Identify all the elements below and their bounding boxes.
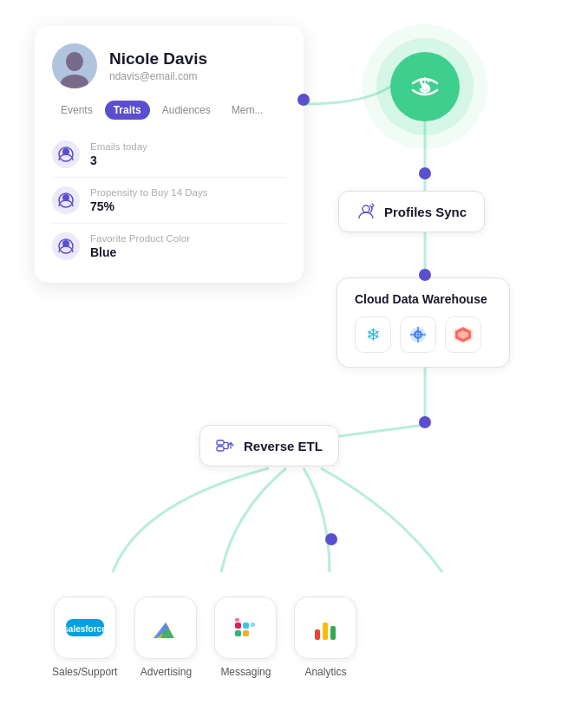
profile-tabs: Events Traits Audiences Mem... <box>52 101 286 120</box>
bigquery-icon <box>407 323 429 346</box>
dot-3 <box>419 416 431 428</box>
trait-icon-emails <box>52 140 80 168</box>
svg-point-8 <box>61 75 88 88</box>
dot-4 <box>325 533 337 545</box>
trait-content-propensity: Propensity to Buy 14 Days 75% <box>90 186 208 213</box>
dot-2 <box>419 269 431 281</box>
slack-icon-box <box>214 596 277 659</box>
profiles-sync-label: Profiles Sync <box>384 205 467 219</box>
dot-5 <box>297 94 310 106</box>
person-icon-2 <box>58 192 74 208</box>
main-canvas: $ Nicole Davis ndavis@email.com Events T… <box>0 0 588 704</box>
reverse-etl-icon <box>216 436 235 455</box>
tab-audiences[interactable]: Audiences <box>154 101 219 120</box>
dest-card-slack: Messaging <box>214 596 277 678</box>
bigquery-icon-box <box>400 316 436 353</box>
profile-header: Nicole Davis ndavis@email.com <box>52 43 286 88</box>
svg-point-7 <box>66 52 83 71</box>
analytics-icon-box <box>294 596 356 659</box>
analytics-icon <box>308 610 343 645</box>
snowflake-icon: ❄ <box>362 323 384 346</box>
profile-email: ndavis@email.com <box>109 70 207 82</box>
avatar-silhouette-icon <box>59 50 90 88</box>
dest-label-advertising: Advertising <box>140 666 192 678</box>
trait-value-emails: 3 <box>90 153 147 167</box>
person-icon <box>58 147 74 162</box>
svg-rect-26 <box>217 447 224 451</box>
google-ads-icon-box <box>134 596 197 659</box>
dot-1 <box>419 167 431 179</box>
salesforce-icon-box: salesforce <box>54 596 116 659</box>
svg-point-15 <box>363 205 369 212</box>
trait-label-propensity: Propensity to Buy 14 Days <box>90 186 208 199</box>
google-ads-icon <box>148 610 183 645</box>
svg-text:salesforce: salesforce <box>64 624 106 634</box>
databricks-icon <box>452 323 474 346</box>
trait-icon-color <box>52 232 80 260</box>
slack-icon <box>228 610 263 645</box>
person-icon-3 <box>58 238 74 254</box>
svg-rect-37 <box>243 623 249 629</box>
snowflake-icon-box: ❄ <box>355 316 391 353</box>
databricks-icon-box <box>445 316 481 353</box>
dest-card-salesforce: salesforce Sales/Support <box>52 596 117 678</box>
svg-rect-38 <box>235 630 241 636</box>
reverse-etl-label: Reverse ETL <box>244 439 323 453</box>
tab-traits[interactable]: Traits <box>105 101 150 120</box>
svg-rect-40 <box>251 623 255 627</box>
svg-text:❄: ❄ <box>366 325 381 344</box>
trait-content-color: Favorite Product Color Blue <box>90 232 190 259</box>
svg-rect-25 <box>217 440 224 445</box>
trait-icon-propensity <box>52 186 80 214</box>
profiles-sync-icon <box>356 202 376 221</box>
profile-name: Nicole Davis <box>109 49 207 69</box>
svg-rect-42 <box>315 629 320 640</box>
svg-rect-39 <box>243 630 249 636</box>
trait-row-propensity: Propensity to Buy 14 Days 75% <box>52 178 286 224</box>
segment-logo-circle: $ <box>390 52 460 121</box>
salesforce-icon: salesforce <box>64 614 106 642</box>
svg-rect-41 <box>235 618 239 622</box>
trait-value-color: Blue <box>90 245 190 259</box>
trait-label-emails: Emails today <box>90 140 147 153</box>
trait-row-emails: Emails today 3 <box>52 132 286 178</box>
dest-label-salesforce: Sales/Support <box>52 666 117 678</box>
warehouse-icons: ❄ <box>355 316 492 353</box>
segment-logo-icon: $ <box>406 68 444 106</box>
trait-value-propensity: 75% <box>90 199 208 213</box>
dest-label-analytics: Analytics <box>304 666 346 678</box>
dest-card-analytics: Analytics <box>294 596 356 678</box>
profile-card: Nicole Davis ndavis@email.com Events Tra… <box>35 26 304 283</box>
dest-card-google-ads: Advertising <box>134 596 197 678</box>
reverse-etl-node: Reverse ETL <box>199 425 339 466</box>
warehouse-title: Cloud Data Warehouse <box>355 292 492 306</box>
trait-row-color: Favorite Product Color Blue <box>52 224 286 269</box>
svg-rect-44 <box>330 626 336 640</box>
tab-mem[interactable]: Mem... <box>223 101 272 120</box>
dest-label-messaging: Messaging <box>220 666 271 678</box>
warehouse-node: Cloud Data Warehouse ❄ <box>336 277 510 368</box>
trait-content-emails: Emails today 3 <box>90 140 147 167</box>
svg-point-6 <box>421 83 428 90</box>
profiles-sync-node: Profiles Sync <box>338 191 485 232</box>
profile-info: Nicole Davis ndavis@email.com <box>109 49 207 83</box>
svg-rect-36 <box>235 623 241 629</box>
trait-label-color: Favorite Product Color <box>90 232 190 245</box>
avatar <box>52 43 97 88</box>
svg-rect-43 <box>323 623 328 640</box>
tab-events[interactable]: Events <box>52 101 101 120</box>
destinations-row: salesforce Sales/Support Advertising <box>52 596 356 678</box>
